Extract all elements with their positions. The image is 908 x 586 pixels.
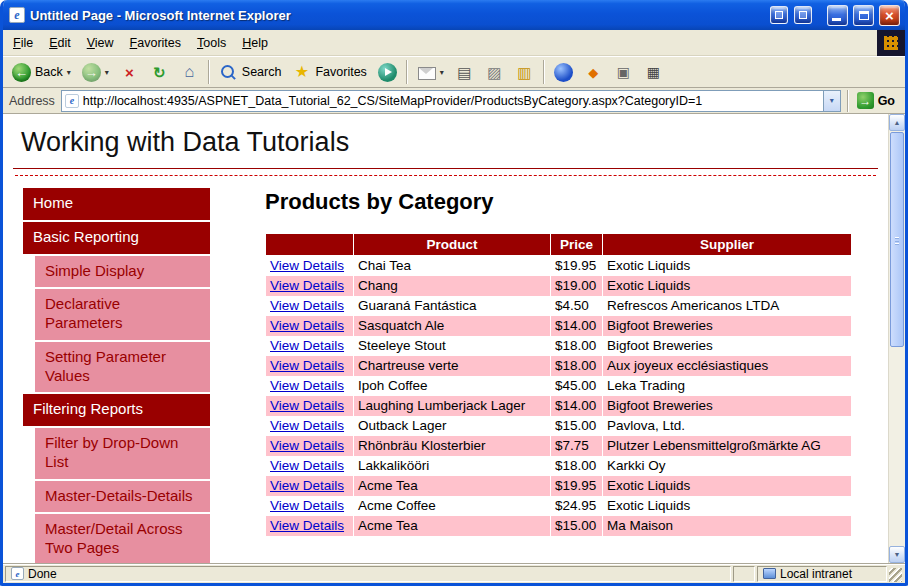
supplier-cell: Exotic Liquids (603, 256, 852, 276)
view-details-link[interactable]: View Details (270, 498, 344, 513)
supplier-cell: Karkki Oy (603, 456, 852, 476)
sidebar-item-setting-parameter-values[interactable]: Setting Parameter Values (35, 342, 210, 393)
chevron-down-icon: ▾ (105, 68, 109, 77)
view-details-link[interactable]: View Details (270, 298, 344, 313)
view-details-link[interactable]: View Details (270, 318, 344, 333)
home-button[interactable]: ⌂ (175, 59, 204, 86)
menu-bar: FileEditViewFavoritesToolsHelp (3, 30, 905, 56)
history-button[interactable]: ◆ (579, 59, 608, 86)
fullscreen-icon: ▣ (614, 63, 633, 82)
sidebar-item-basic-reporting[interactable]: Basic Reporting (23, 222, 210, 254)
details-cell: View Details (266, 256, 354, 276)
sidebar-navigation: HomeBasic ReportingSimple DisplayDeclara… (23, 188, 210, 563)
close-button[interactable]: × (879, 5, 900, 26)
menu-item-edit[interactable]: Edit (41, 31, 79, 55)
site-title: Working with Data Tutorials (13, 127, 878, 169)
maximize-button[interactable] (853, 5, 874, 26)
mail-button[interactable]: ▾ (412, 59, 449, 86)
product-cell: Ipoh Coffee (354, 376, 551, 396)
resize-grip[interactable] (889, 568, 902, 582)
minimize-button[interactable] (827, 5, 848, 26)
menu-item-file[interactable]: File (5, 31, 41, 55)
price-cell: $19.00 (551, 276, 603, 296)
supplier-cell: Exotic Liquids (603, 496, 852, 516)
refresh-button[interactable]: ↻ (145, 59, 174, 86)
product-row: View DetailsRhönbräu Klosterbier$7.75Plu… (266, 436, 852, 456)
view-details-link[interactable]: View Details (270, 418, 344, 433)
details-cell: View Details (266, 396, 354, 416)
address-dropdown-button[interactable]: ▾ (823, 91, 840, 111)
print-button[interactable]: ▤ (450, 59, 479, 86)
search-icon (219, 63, 238, 82)
media-button[interactable] (373, 59, 402, 86)
details-cell: View Details (266, 496, 354, 516)
address-url-text[interactable]: http://localhost:4935/ASPNET_Data_Tutori… (83, 94, 819, 108)
view-details-link[interactable]: View Details (270, 518, 344, 533)
back-button[interactable]: ←Back▾ (7, 59, 76, 86)
price-cell: $18.00 (551, 456, 603, 476)
supplier-cell: Ma Maison (603, 516, 852, 536)
menu-item-tools[interactable]: Tools (189, 31, 234, 55)
price-cell: $18.00 (551, 356, 603, 376)
back-label: Back (35, 65, 63, 79)
view-details-link[interactable]: View Details (270, 458, 344, 473)
messenger-button[interactable] (549, 59, 578, 86)
toolbar-separator (543, 60, 545, 84)
titlebar-extra-button-1[interactable] (770, 6, 788, 24)
tools-grid-button[interactable]: ▦ (639, 59, 668, 86)
forward-button[interactable]: →▾ (77, 59, 114, 86)
sidebar-item-master-detail-across-two-pages[interactable]: Master/Detail Across Two Pages (35, 514, 210, 563)
address-label: Address (7, 94, 55, 108)
page-icon: e (65, 94, 79, 108)
sidebar-item-simple-display[interactable]: Simple Display (35, 256, 210, 288)
discuss-button[interactable]: ▥ (510, 59, 539, 86)
sidebar-item-filtering-reports[interactable]: Filtering Reports (23, 394, 210, 426)
local-intranet-icon (763, 568, 776, 579)
window-icon: e (9, 7, 25, 23)
fullscreen-button[interactable]: ▣ (609, 59, 638, 86)
search-button[interactable]: Search (214, 59, 287, 86)
scroll-down-button[interactable]: ▼ (889, 546, 905, 563)
menu-item-view[interactable]: View (79, 31, 122, 55)
product-cell: Acme Coffee (354, 496, 551, 516)
menu-item-favorites[interactable]: Favorites (122, 31, 189, 55)
view-details-link[interactable]: View Details (270, 278, 344, 293)
menu-item-help[interactable]: Help (234, 31, 276, 55)
view-details-link[interactable]: View Details (270, 258, 344, 273)
view-details-link[interactable]: View Details (270, 338, 344, 353)
view-details-link[interactable]: View Details (270, 398, 344, 413)
vertical-scrollbar[interactable]: ▲ ▼ (888, 114, 905, 563)
back-icon: ← (12, 63, 31, 82)
sidebar-item-declarative-parameters[interactable]: Declarative Parameters (35, 289, 210, 340)
view-details-link[interactable]: View Details (270, 358, 344, 373)
supplier-cell: Pavlova, Ltd. (603, 416, 852, 436)
page-header: Working with Data Tutorials (3, 114, 888, 176)
ie-logo-icon: e (70, 95, 74, 106)
sidebar-item-home[interactable]: Home (23, 188, 210, 220)
scrollbar-thumb[interactable] (890, 132, 904, 347)
go-button[interactable]: → Go (855, 92, 901, 109)
stop-button[interactable]: × (115, 59, 144, 86)
titlebar-extra-button-2[interactable] (794, 6, 812, 24)
details-cell: View Details (266, 416, 354, 436)
toolbar-separator (406, 60, 408, 84)
sidebar-item-filter-by-drop-down-list[interactable]: Filter by Drop-Down List (35, 428, 210, 479)
view-details-link[interactable]: View Details (270, 378, 344, 393)
edit-button[interactable]: ▨ (480, 59, 509, 86)
price-cell: $24.95 (551, 496, 603, 516)
product-cell: Chang (354, 276, 551, 296)
price-cell: $7.75 (551, 436, 603, 456)
favorites-icon: ★ (292, 63, 311, 82)
dashed-divider (15, 175, 876, 176)
sidebar-item-master-details-details[interactable]: Master-Details-Details (35, 481, 210, 513)
header-details (266, 234, 354, 256)
details-cell: View Details (266, 456, 354, 476)
square-icon (775, 11, 783, 19)
view-details-link[interactable]: View Details (270, 478, 344, 493)
title-bar[interactable]: e Untitled Page - Microsoft Internet Exp… (3, 0, 905, 30)
address-input[interactable]: e http://localhost:4935/ASPNET_Data_Tuto… (61, 90, 841, 112)
favorites-button[interactable]: ★Favorites (287, 59, 371, 86)
ie-logo-icon: e (16, 569, 20, 579)
view-details-link[interactable]: View Details (270, 438, 344, 453)
scroll-up-button[interactable]: ▲ (889, 114, 905, 131)
